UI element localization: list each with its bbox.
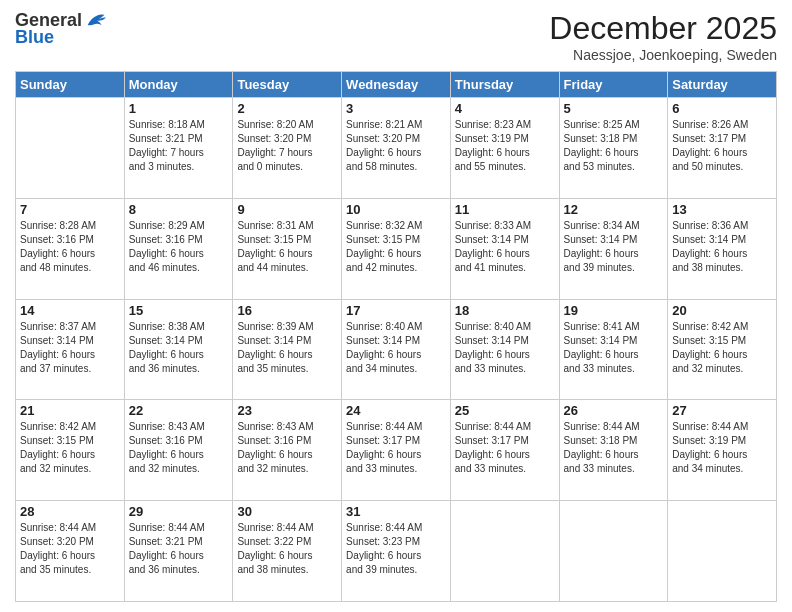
day-info: Sunrise: 8:43 AMSunset: 3:16 PMDaylight:… (237, 420, 337, 476)
calendar-cell: 9Sunrise: 8:31 AMSunset: 3:15 PMDaylight… (233, 198, 342, 299)
day-number: 27 (672, 403, 772, 418)
calendar-cell: 12Sunrise: 8:34 AMSunset: 3:14 PMDayligh… (559, 198, 668, 299)
day-number: 30 (237, 504, 337, 519)
day-info: Sunrise: 8:20 AMSunset: 3:20 PMDaylight:… (237, 118, 337, 174)
day-info: Sunrise: 8:44 AMSunset: 3:23 PMDaylight:… (346, 521, 446, 577)
day-number: 7 (20, 202, 120, 217)
header: General Blue December 2025 Naessjoe, Joe… (15, 10, 777, 63)
day-info: Sunrise: 8:44 AMSunset: 3:17 PMDaylight:… (346, 420, 446, 476)
calendar-cell: 30Sunrise: 8:44 AMSunset: 3:22 PMDayligh… (233, 501, 342, 602)
week-row-3: 21Sunrise: 8:42 AMSunset: 3:15 PMDayligh… (16, 400, 777, 501)
day-info: Sunrise: 8:42 AMSunset: 3:15 PMDaylight:… (20, 420, 120, 476)
day-info: Sunrise: 8:44 AMSunset: 3:20 PMDaylight:… (20, 521, 120, 577)
day-number: 20 (672, 303, 772, 318)
day-number: 29 (129, 504, 229, 519)
calendar-subtitle: Naessjoe, Joenkoeping, Sweden (549, 47, 777, 63)
calendar-cell: 16Sunrise: 8:39 AMSunset: 3:14 PMDayligh… (233, 299, 342, 400)
day-number: 8 (129, 202, 229, 217)
header-sunday: Sunday (16, 72, 125, 98)
header-tuesday: Tuesday (233, 72, 342, 98)
calendar-cell: 19Sunrise: 8:41 AMSunset: 3:14 PMDayligh… (559, 299, 668, 400)
calendar-cell: 22Sunrise: 8:43 AMSunset: 3:16 PMDayligh… (124, 400, 233, 501)
day-number: 22 (129, 403, 229, 418)
day-info: Sunrise: 8:39 AMSunset: 3:14 PMDaylight:… (237, 320, 337, 376)
calendar-cell: 26Sunrise: 8:44 AMSunset: 3:18 PMDayligh… (559, 400, 668, 501)
day-number: 3 (346, 101, 446, 116)
header-saturday: Saturday (668, 72, 777, 98)
header-thursday: Thursday (450, 72, 559, 98)
day-info: Sunrise: 8:29 AMSunset: 3:16 PMDaylight:… (129, 219, 229, 275)
day-info: Sunrise: 8:44 AMSunset: 3:21 PMDaylight:… (129, 521, 229, 577)
day-info: Sunrise: 8:31 AMSunset: 3:15 PMDaylight:… (237, 219, 337, 275)
day-info: Sunrise: 8:40 AMSunset: 3:14 PMDaylight:… (346, 320, 446, 376)
day-number: 31 (346, 504, 446, 519)
day-info: Sunrise: 8:42 AMSunset: 3:15 PMDaylight:… (672, 320, 772, 376)
calendar-cell (16, 98, 125, 199)
calendar-cell: 28Sunrise: 8:44 AMSunset: 3:20 PMDayligh… (16, 501, 125, 602)
day-info: Sunrise: 8:34 AMSunset: 3:14 PMDaylight:… (564, 219, 664, 275)
day-number: 5 (564, 101, 664, 116)
day-number: 19 (564, 303, 664, 318)
calendar-table: Sunday Monday Tuesday Wednesday Thursday… (15, 71, 777, 602)
day-info: Sunrise: 8:43 AMSunset: 3:16 PMDaylight:… (129, 420, 229, 476)
calendar-cell: 14Sunrise: 8:37 AMSunset: 3:14 PMDayligh… (16, 299, 125, 400)
day-info: Sunrise: 8:44 AMSunset: 3:19 PMDaylight:… (672, 420, 772, 476)
day-info: Sunrise: 8:41 AMSunset: 3:14 PMDaylight:… (564, 320, 664, 376)
day-number: 13 (672, 202, 772, 217)
day-info: Sunrise: 8:18 AMSunset: 3:21 PMDaylight:… (129, 118, 229, 174)
day-info: Sunrise: 8:44 AMSunset: 3:22 PMDaylight:… (237, 521, 337, 577)
day-number: 12 (564, 202, 664, 217)
day-info: Sunrise: 8:37 AMSunset: 3:14 PMDaylight:… (20, 320, 120, 376)
week-row-2: 14Sunrise: 8:37 AMSunset: 3:14 PMDayligh… (16, 299, 777, 400)
day-number: 15 (129, 303, 229, 318)
header-friday: Friday (559, 72, 668, 98)
calendar-cell (668, 501, 777, 602)
calendar-cell: 20Sunrise: 8:42 AMSunset: 3:15 PMDayligh… (668, 299, 777, 400)
day-number: 28 (20, 504, 120, 519)
calendar-body: 1Sunrise: 8:18 AMSunset: 3:21 PMDaylight… (16, 98, 777, 602)
day-info: Sunrise: 8:26 AMSunset: 3:17 PMDaylight:… (672, 118, 772, 174)
day-number: 17 (346, 303, 446, 318)
day-info: Sunrise: 8:40 AMSunset: 3:14 PMDaylight:… (455, 320, 555, 376)
logo-bird-icon (84, 10, 106, 32)
day-number: 10 (346, 202, 446, 217)
calendar-cell: 25Sunrise: 8:44 AMSunset: 3:17 PMDayligh… (450, 400, 559, 501)
day-number: 26 (564, 403, 664, 418)
calendar-cell: 15Sunrise: 8:38 AMSunset: 3:14 PMDayligh… (124, 299, 233, 400)
header-monday: Monday (124, 72, 233, 98)
calendar-cell: 24Sunrise: 8:44 AMSunset: 3:17 PMDayligh… (342, 400, 451, 501)
calendar-cell: 5Sunrise: 8:25 AMSunset: 3:18 PMDaylight… (559, 98, 668, 199)
day-info: Sunrise: 8:28 AMSunset: 3:16 PMDaylight:… (20, 219, 120, 275)
day-number: 6 (672, 101, 772, 116)
calendar-cell: 18Sunrise: 8:40 AMSunset: 3:14 PMDayligh… (450, 299, 559, 400)
week-row-1: 7Sunrise: 8:28 AMSunset: 3:16 PMDaylight… (16, 198, 777, 299)
day-info: Sunrise: 8:36 AMSunset: 3:14 PMDaylight:… (672, 219, 772, 275)
calendar-cell: 17Sunrise: 8:40 AMSunset: 3:14 PMDayligh… (342, 299, 451, 400)
day-info: Sunrise: 8:25 AMSunset: 3:18 PMDaylight:… (564, 118, 664, 174)
day-number: 23 (237, 403, 337, 418)
day-number: 18 (455, 303, 555, 318)
day-number: 4 (455, 101, 555, 116)
header-row: Sunday Monday Tuesday Wednesday Thursday… (16, 72, 777, 98)
calendar-cell: 7Sunrise: 8:28 AMSunset: 3:16 PMDaylight… (16, 198, 125, 299)
calendar-cell (559, 501, 668, 602)
calendar-cell: 29Sunrise: 8:44 AMSunset: 3:21 PMDayligh… (124, 501, 233, 602)
day-number: 14 (20, 303, 120, 318)
day-info: Sunrise: 8:33 AMSunset: 3:14 PMDaylight:… (455, 219, 555, 275)
header-wednesday: Wednesday (342, 72, 451, 98)
calendar-cell: 27Sunrise: 8:44 AMSunset: 3:19 PMDayligh… (668, 400, 777, 501)
day-number: 24 (346, 403, 446, 418)
calendar-cell: 1Sunrise: 8:18 AMSunset: 3:21 PMDaylight… (124, 98, 233, 199)
day-number: 16 (237, 303, 337, 318)
page: General Blue December 2025 Naessjoe, Joe… (0, 0, 792, 612)
day-number: 9 (237, 202, 337, 217)
calendar-cell: 13Sunrise: 8:36 AMSunset: 3:14 PMDayligh… (668, 198, 777, 299)
calendar-cell: 21Sunrise: 8:42 AMSunset: 3:15 PMDayligh… (16, 400, 125, 501)
day-number: 11 (455, 202, 555, 217)
day-number: 1 (129, 101, 229, 116)
calendar-cell: 3Sunrise: 8:21 AMSunset: 3:20 PMDaylight… (342, 98, 451, 199)
logo: General Blue (15, 10, 106, 48)
day-number: 21 (20, 403, 120, 418)
week-row-4: 28Sunrise: 8:44 AMSunset: 3:20 PMDayligh… (16, 501, 777, 602)
day-info: Sunrise: 8:23 AMSunset: 3:19 PMDaylight:… (455, 118, 555, 174)
